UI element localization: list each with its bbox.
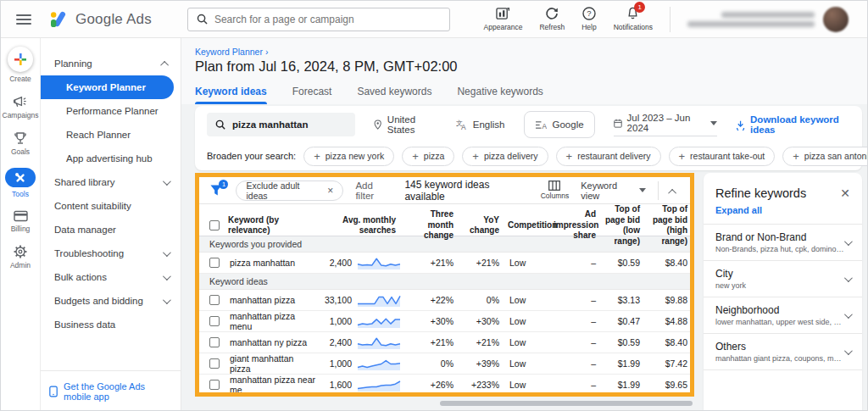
table-row[interactable]: pizza manhattan 2,400 +21% +21% Low – $0… bbox=[199, 253, 690, 274]
refine-group-desc: new york bbox=[715, 281, 844, 290]
select-all-checkbox[interactable] bbox=[209, 220, 220, 230]
tab-keyword-ideas[interactable]: Keyword ideas bbox=[195, 86, 267, 104]
col-header-keyword[interactable]: Keyword (by relevance) bbox=[228, 215, 316, 236]
chevron-down-icon bbox=[163, 177, 171, 186]
refresh-button[interactable]: Refresh bbox=[539, 7, 565, 31]
refine-group-neighborhood[interactable]: Neighborhood lower manhattan, upper west… bbox=[704, 297, 862, 334]
rail-item-campaigns[interactable]: Campaigns bbox=[1, 95, 40, 119]
columns-icon bbox=[548, 181, 560, 191]
close-icon[interactable]: ✕ bbox=[840, 186, 850, 200]
google-ads-logo[interactable]: Google Ads bbox=[50, 11, 152, 28]
google-ads-logo-icon bbox=[50, 11, 69, 28]
cell-bid-low: $3.13 bbox=[604, 295, 648, 305]
tab-saved-keywords[interactable]: Saved keywords bbox=[357, 86, 431, 104]
svg-text:A: A bbox=[542, 122, 547, 129]
cell-three-month: +21% bbox=[404, 337, 462, 347]
keyword-view-dropdown[interactable]: Keyword view bbox=[581, 181, 646, 201]
table-row[interactable]: manhattan ny pizza 2,400 +21% +21% Low –… bbox=[199, 332, 690, 353]
sidebar-item-business-data[interactable]: Business data bbox=[41, 313, 181, 336]
date-range-selector[interactable]: Jul 2023 – Jun 2024 bbox=[614, 113, 717, 136]
appearance-button[interactable]: Appearance bbox=[484, 7, 523, 31]
breadcrumb[interactable]: Keyword Planner › bbox=[195, 47, 268, 57]
account-info[interactable] bbox=[687, 7, 849, 32]
language-filter[interactable]: 文A English bbox=[456, 119, 505, 131]
col-header-ad-impression-share[interactable]: Ad impression share bbox=[554, 209, 604, 242]
global-search[interactable] bbox=[187, 8, 450, 31]
tab-negative-keywords[interactable]: Negative keywords bbox=[457, 86, 542, 104]
menu-icon[interactable] bbox=[16, 14, 31, 25]
broaden-chip[interactable]: +pizza new york bbox=[303, 147, 394, 166]
sidebar-item-app-advertising-hub[interactable]: App advertising hub bbox=[41, 147, 181, 170]
col-header-avg-monthly-searches[interactable]: Avg. monthly searches bbox=[316, 215, 404, 236]
sidebar-item-content-suitability[interactable]: Content suitability bbox=[41, 194, 181, 218]
help-button[interactable]: ? Help bbox=[581, 7, 596, 31]
mobile-phone-icon bbox=[49, 385, 58, 398]
notifications-button[interactable]: 1 Notifications bbox=[614, 7, 653, 31]
row-checkbox[interactable] bbox=[209, 295, 220, 305]
chip-label: pizza san antonio bbox=[804, 151, 868, 161]
row-checkbox[interactable] bbox=[209, 316, 220, 326]
collapse-table-button[interactable] bbox=[670, 183, 680, 198]
breadcrumb-separator: › bbox=[265, 47, 269, 57]
columns-button[interactable]: Columns bbox=[541, 181, 570, 200]
sidebar-item-budgets-and-bidding[interactable]: Budgets and bidding bbox=[41, 289, 181, 313]
filter-funnel-button[interactable]: 1 bbox=[209, 184, 224, 197]
broaden-chip[interactable]: +restaurant take-out bbox=[669, 147, 776, 166]
cell-keyword: manhattan pizza bbox=[228, 295, 316, 305]
row-checkbox[interactable] bbox=[209, 358, 220, 369]
broaden-chip[interactable]: +pizza delivery bbox=[462, 147, 548, 166]
broaden-label: Broaden your search: bbox=[207, 151, 296, 161]
rail-item-admin[interactable]: Admin bbox=[1, 245, 40, 269]
col-header-three-month-change[interactable]: Three month change bbox=[404, 209, 462, 242]
broaden-chip[interactable]: +pizza san antonio bbox=[782, 147, 868, 166]
table-row[interactable]: manhattan pizza 33,100 +22% 0% Low – $3.… bbox=[199, 290, 690, 311]
rail-item-billing[interactable]: Billing bbox=[1, 210, 40, 233]
row-checkbox[interactable] bbox=[209, 258, 220, 268]
sidebar-item-keyword-planner[interactable]: Keyword Planner bbox=[41, 75, 174, 99]
mobile-app-link[interactable]: Get the Google Ads mobile app bbox=[41, 370, 181, 411]
col-header-bid-high[interactable]: Top of page bid (high range) bbox=[648, 204, 694, 247]
create-button[interactable] bbox=[8, 47, 33, 72]
cell-ad-share: – bbox=[554, 316, 604, 326]
row-checkbox[interactable] bbox=[209, 380, 220, 390]
table-row[interactable]: manhattan pizza menu 1,000 +30% +30% Low… bbox=[199, 311, 690, 332]
col-header-competition[interactable]: Competition bbox=[508, 220, 554, 231]
refine-group-others[interactable]: Others manhattan giant pizza, coupons, m… bbox=[704, 334, 862, 370]
cell-ad-share: – bbox=[554, 295, 604, 305]
close-icon[interactable]: × bbox=[327, 185, 333, 197]
sidebar-item-shared-library[interactable]: Shared library bbox=[41, 170, 181, 194]
rail-item-goals[interactable]: Goals bbox=[1, 131, 40, 156]
network-selector[interactable]: A Google bbox=[524, 111, 595, 138]
add-filter-button[interactable]: Add filter bbox=[355, 181, 392, 201]
download-keyword-ideas-button[interactable]: Download keyword ideas bbox=[736, 114, 850, 135]
global-search-input[interactable] bbox=[214, 14, 441, 25]
rail-item-create[interactable]: Create bbox=[1, 47, 40, 83]
cell-competition: Low bbox=[508, 337, 554, 347]
avatar[interactable] bbox=[823, 7, 849, 32]
col-header-bid-low[interactable]: Top of page bid (low range) bbox=[604, 204, 648, 247]
expand-all-link[interactable]: Expand all bbox=[704, 205, 862, 225]
tab-forecast[interactable]: Forecast bbox=[292, 86, 332, 104]
sidebar-item-reach-planner[interactable]: Reach Planner bbox=[41, 123, 181, 147]
refine-group-brand[interactable]: Brand or Non-Brand Non-Brands, pizza hut… bbox=[704, 225, 862, 261]
sidebar-item-bulk-actions[interactable]: Bulk actions bbox=[41, 265, 181, 289]
horizontal-scrollbar[interactable] bbox=[440, 401, 693, 406]
location-filter[interactable]: United States bbox=[374, 114, 437, 135]
broaden-chip[interactable]: +restaurant delivery bbox=[556, 147, 661, 166]
rail-item-tools[interactable]: Tools bbox=[1, 168, 40, 198]
sidebar-item-troubleshooting[interactable]: Troubleshooting bbox=[41, 242, 181, 265]
cell-ad-share: – bbox=[554, 380, 604, 390]
table-row[interactable]: giant manhattan pizza 1,000 0% +39% Low … bbox=[199, 353, 690, 375]
breadcrumb-link[interactable]: Keyword Planner bbox=[195, 47, 263, 57]
col-header-yoy-change[interactable]: YoY change bbox=[462, 215, 508, 236]
chip-label: Exclude adult ideas bbox=[246, 181, 320, 201]
sidebar-item-data-manager[interactable]: Data manager bbox=[41, 218, 181, 242]
sidebar-item-performance-planner[interactable]: Performance Planner bbox=[41, 99, 181, 123]
sidebar-item-planning[interactable]: Planning bbox=[41, 52, 181, 75]
keyword-search-input[interactable]: pizza manhattan bbox=[207, 113, 355, 136]
exclude-adult-ideas-chip[interactable]: Exclude adult ideas × bbox=[236, 181, 343, 201]
broaden-chip[interactable]: +pizza bbox=[402, 147, 454, 166]
table-row[interactable]: manhattan pizza near me 1,600 +26% +233%… bbox=[199, 375, 690, 396]
row-checkbox[interactable] bbox=[209, 337, 220, 347]
refine-group-city[interactable]: City new york bbox=[704, 261, 862, 297]
